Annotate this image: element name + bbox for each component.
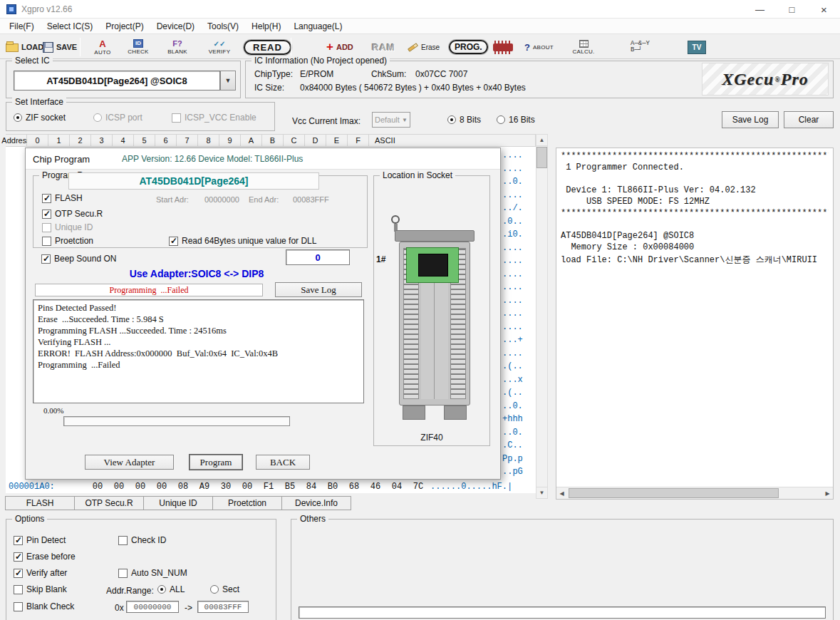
otp-secur-checkbox[interactable]: OTP Secu.R — [42, 209, 103, 219]
8-bits-radio[interactable]: 8 Bits — [447, 115, 481, 125]
hex-row[interactable]: 000001A0: 0000000008A93000F1B584B0684604… — [6, 480, 536, 493]
ic-test-button[interactable] — [493, 34, 513, 60]
vcc-imax-select[interactable]: Default ▼ — [372, 112, 410, 128]
others-field[interactable] — [299, 606, 826, 619]
hex-byte[interactable]: 00 — [151, 482, 172, 492]
hex-header-cell[interactable]: 9 — [219, 134, 241, 147]
checkbox-icon[interactable] — [42, 210, 51, 219]
checkbox-icon[interactable] — [42, 223, 51, 232]
scroll-down-icon[interactable]: ▼ — [536, 487, 547, 498]
radio-icon[interactable] — [157, 585, 166, 594]
scroll-up-icon[interactable]: ▲ — [536, 135, 547, 146]
hex-byte[interactable]: 08 — [172, 482, 194, 492]
hex-byte[interactable]: 04 — [386, 482, 408, 492]
pin-detect-checkbox[interactable]: Pin Detect — [14, 535, 66, 545]
hex-byte[interactable]: 00 — [87, 482, 108, 492]
hex-header-cell[interactable]: 2 — [70, 134, 91, 147]
hex-header-cell[interactable]: Address — [6, 134, 27, 147]
hex-header-cell[interactable]: B — [262, 134, 284, 147]
tv-button[interactable]: TV — [688, 34, 706, 60]
hex-header-cell[interactable]: 5 — [134, 134, 155, 147]
scrollbar-thumb[interactable] — [536, 147, 547, 168]
erase-button[interactable]: Erase — [408, 34, 440, 60]
hex-byte[interactable]: 30 — [215, 482, 237, 492]
scrollbar-thumb[interactable] — [569, 488, 779, 498]
hex-header-cell[interactable]: 8 — [198, 134, 219, 147]
checkbox-icon[interactable] — [118, 569, 128, 578]
zif-socket-radio[interactable]: ZIF socket — [14, 113, 66, 123]
view-adapter-button[interactable]: View Adapter — [85, 455, 174, 470]
ic-select-combo[interactable]: AT45DB041D[Page264] @SOIC8 — [14, 71, 220, 91]
menu-item[interactable]: Device(D) — [150, 20, 201, 33]
scroll-left-icon[interactable]: ◀ — [556, 487, 567, 499]
hex-byte[interactable]: 00 — [237, 482, 258, 492]
checkbox-icon[interactable] — [14, 602, 23, 611]
logic-test-button[interactable]: A─&─Y B─┘ — [631, 34, 650, 60]
radio-icon[interactable] — [210, 585, 219, 594]
16-bits-radio[interactable]: 16 Bits — [497, 115, 535, 125]
hex-byte[interactable]: 68 — [343, 482, 365, 492]
checkbox-icon[interactable] — [118, 536, 128, 545]
clear-button[interactable]: Clear — [784, 111, 834, 128]
checkbox-icon[interactable] — [14, 552, 23, 562]
hex-header-cell[interactable]: 1 — [48, 134, 70, 147]
blank-check-checkbox[interactable]: Blank Check — [14, 601, 74, 611]
about-button[interactable]: ? ABOUT — [524, 34, 554, 60]
radio-icon[interactable] — [447, 115, 456, 124]
menu-item[interactable]: Select IC(S) — [41, 20, 100, 33]
range-end-input[interactable]: 00083FFF — [197, 601, 249, 613]
operation-log[interactable]: Pins Detected Passed!Erase ...Succeeded.… — [33, 299, 364, 403]
device-log-panel[interactable]: ****************************************… — [556, 148, 834, 500]
checkbox-icon[interactable] — [41, 254, 51, 264]
tab[interactable]: Proetction — [212, 496, 282, 510]
dialog-save-log-button[interactable]: Save Log — [275, 282, 362, 297]
hex-byte[interactable]: A9 — [194, 482, 215, 492]
hex-header-cell[interactable]: D — [305, 134, 326, 147]
scroll-right-icon[interactable]: ▶ — [822, 487, 833, 499]
hex-header-cell[interactable]: C — [284, 134, 305, 147]
hex-header-cell[interactable]: E — [326, 134, 348, 147]
radio-icon[interactable] — [14, 113, 22, 122]
auto-sn-checkbox[interactable]: Auto SN_NUM — [118, 568, 187, 578]
verify-button[interactable]: ✓✓ VERIFY — [201, 34, 238, 60]
range-start-input[interactable]: 00000000 — [126, 601, 179, 613]
hex-byte[interactable]: 46 — [365, 482, 386, 492]
hex-byte[interactable]: B5 — [279, 482, 301, 492]
calculator-button[interactable]: CALCU. — [566, 34, 601, 60]
program-button[interactable]: Program — [190, 455, 242, 470]
addr-range-sect-radio[interactable]: Sect — [210, 584, 239, 594]
menu-item[interactable]: Help(H) — [245, 20, 287, 33]
hex-header-cell[interactable]: 3 — [91, 134, 113, 147]
hex-vertical-scrollbar[interactable]: ▲ ▼ — [536, 134, 548, 499]
check-button[interactable]: ID CHECK — [121, 34, 155, 60]
radio-icon[interactable] — [497, 115, 505, 124]
menu-item[interactable]: Tools(V) — [201, 20, 245, 33]
hex-header-cell[interactable]: ASCII — [369, 134, 536, 147]
tab[interactable]: Device.Info — [281, 496, 351, 510]
checkbox-icon[interactable] — [14, 569, 23, 578]
hex-header-cell[interactable]: F — [348, 134, 369, 147]
tab[interactable]: Unique ID — [143, 496, 213, 510]
hex-byte[interactable]: 00 — [108, 482, 130, 492]
erase-before-checkbox[interactable]: Erase before — [14, 552, 76, 562]
protection-checkbox[interactable]: Proetction — [42, 236, 93, 246]
hex-header-cell[interactable]: 6 — [155, 134, 177, 147]
radio-icon[interactable] — [93, 113, 102, 122]
device-log-horizontal-scrollbar[interactable]: ◀ ▶ — [556, 487, 833, 499]
close-button[interactable]: × — [808, 0, 840, 19]
checkbox-icon[interactable] — [169, 237, 178, 246]
tab[interactable]: FLASH — [5, 496, 75, 510]
maximize-button[interactable]: □ — [776, 0, 808, 19]
flash-checkbox[interactable]: FLASH — [42, 193, 83, 203]
unique-id-checkbox[interactable]: Unique ID — [42, 222, 93, 232]
hex-byte[interactable]: B0 — [322, 482, 343, 492]
addr-range-all-radio[interactable]: ALL — [157, 584, 185, 594]
hex-byte[interactable]: 00 — [130, 482, 151, 492]
tab[interactable]: OTP Secu.R — [74, 496, 144, 510]
skip-blank-checkbox[interactable]: Skip Blank — [14, 584, 67, 594]
menu-item[interactable]: Project(P) — [99, 20, 150, 33]
hex-header-cell[interactable]: 4 — [113, 134, 134, 147]
hex-byte[interactable]: F1 — [258, 482, 279, 492]
save-log-button[interactable]: Save Log — [722, 111, 779, 128]
hex-byte[interactable]: 84 — [301, 482, 322, 492]
